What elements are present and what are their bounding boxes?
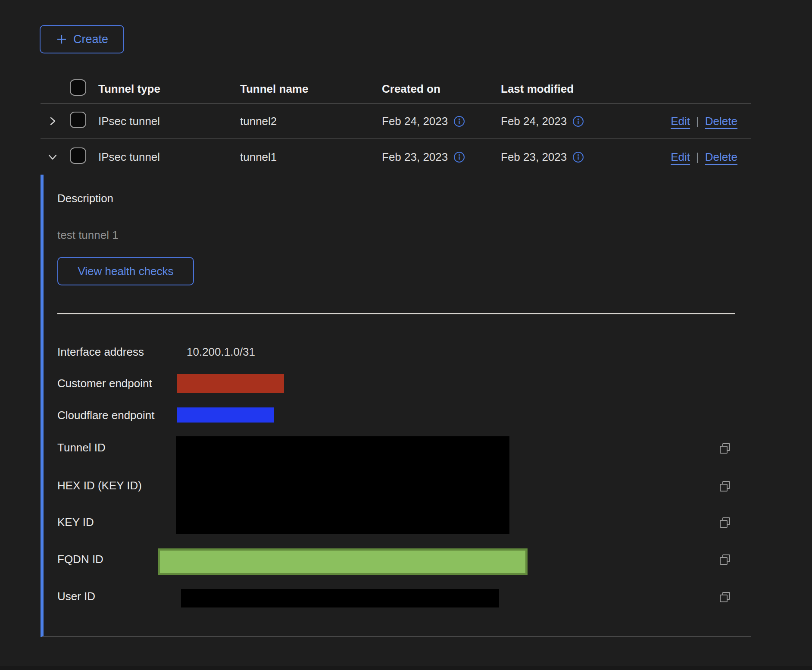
tunnel-type-cell: IPsec tunnel (98, 115, 240, 128)
last-modified-info-button[interactable] (572, 151, 584, 163)
field-label-key-id: KEY ID (57, 516, 94, 529)
field-label-hex-id: HEX ID (KEY ID) (57, 479, 142, 492)
view-health-checks-button[interactable]: View health checks (57, 257, 194, 285)
panel-divider (57, 313, 735, 314)
tunnel-type-cell: IPsec tunnel (98, 150, 240, 164)
copy-key-id-button[interactable] (719, 517, 731, 529)
copy-icon (719, 442, 731, 454)
created-on-info-button[interactable] (453, 151, 465, 163)
action-separator: | (696, 115, 699, 128)
column-header-created-on: Created on (382, 82, 501, 96)
info-icon (453, 116, 465, 127)
collapse-tunnel1-button[interactable] (46, 150, 59, 163)
row-checkbox-tunnel1[interactable] (70, 147, 86, 164)
field-label-customer-endpoint: Customer endpoint (57, 377, 152, 390)
info-icon (572, 151, 584, 163)
column-header-tunnel-name: Tunnel name (240, 82, 382, 96)
created-on-value: Feb 24, 2023 (382, 115, 448, 128)
copy-icon (719, 480, 731, 492)
bottom-strip (0, 666, 812, 670)
copy-hex-id-button[interactable] (719, 480, 731, 492)
redaction-customer-endpoint (177, 374, 284, 393)
copy-icon (719, 554, 731, 566)
field-label-tunnel-id: Tunnel ID (57, 441, 106, 454)
select-all-checkbox[interactable] (70, 79, 86, 96)
redaction-cloudflare-endpoint (177, 407, 274, 423)
redaction-tunnel-hex-key-ids (176, 436, 509, 534)
created-on-value: Feb 23, 2023 (382, 150, 448, 164)
description-value: test tunnel 1 (57, 229, 119, 241)
redaction-user-id (181, 589, 499, 607)
column-header-last-modified: Last modified (501, 82, 665, 96)
tunnel-name-cell: tunnel1 (240, 150, 382, 164)
expand-tunnel2-button[interactable] (46, 115, 59, 128)
chevron-right-icon (46, 115, 59, 128)
created-on-info-button[interactable] (453, 116, 465, 127)
field-value-interface-address: 10.200.1.0/31 (187, 345, 255, 358)
info-icon (572, 116, 584, 127)
copy-tunnel-id-button[interactable] (719, 442, 731, 454)
action-separator: | (696, 150, 699, 164)
last-modified-value: Feb 24, 2023 (501, 115, 567, 128)
table-header-row: Tunnel type Tunnel name Created on Last … (41, 69, 751, 104)
table-row: IPsec tunnel tunnel1 Feb 23, 2023 Feb 23… (41, 139, 751, 175)
copy-icon (719, 517, 731, 529)
field-label-cloudflare-endpoint: Cloudflare endpoint (57, 409, 155, 422)
chevron-down-icon (46, 150, 59, 163)
tunnels-page: Create Tunnel type Tunnel name Created o… (0, 0, 812, 670)
last-modified-value: Feb 23, 2023 (501, 150, 567, 164)
field-label-user-id: User ID (57, 590, 95, 603)
copy-icon (719, 591, 731, 603)
tunnel1-detail-panel: Description test tunnel 1 View health ch… (41, 175, 751, 637)
plus-icon (56, 33, 68, 45)
table-row: IPsec tunnel tunnel2 Feb 24, 2023 Feb 24… (41, 104, 751, 139)
copy-fqdn-id-button[interactable] (719, 554, 731, 566)
delete-tunnel1-link[interactable]: Delete (705, 150, 737, 164)
field-label-interface-address: Interface address (57, 345, 144, 358)
edit-tunnel1-link[interactable]: Edit (671, 150, 690, 164)
field-label-fqdn-id: FQDN ID (57, 553, 103, 566)
copy-user-id-button[interactable] (719, 591, 731, 603)
edit-tunnel2-link[interactable]: Edit (671, 115, 690, 128)
info-icon (453, 151, 465, 163)
create-button[interactable]: Create (40, 25, 124, 53)
redaction-fqdn-id (158, 548, 528, 575)
description-label: Description (57, 192, 113, 205)
tunnel-name-cell: tunnel2 (240, 115, 382, 128)
column-header-tunnel-type: Tunnel type (98, 82, 240, 96)
delete-tunnel2-link[interactable]: Delete (705, 115, 737, 128)
row-checkbox-tunnel2[interactable] (70, 112, 86, 128)
create-button-label: Create (73, 33, 108, 46)
last-modified-info-button[interactable] (572, 116, 584, 127)
